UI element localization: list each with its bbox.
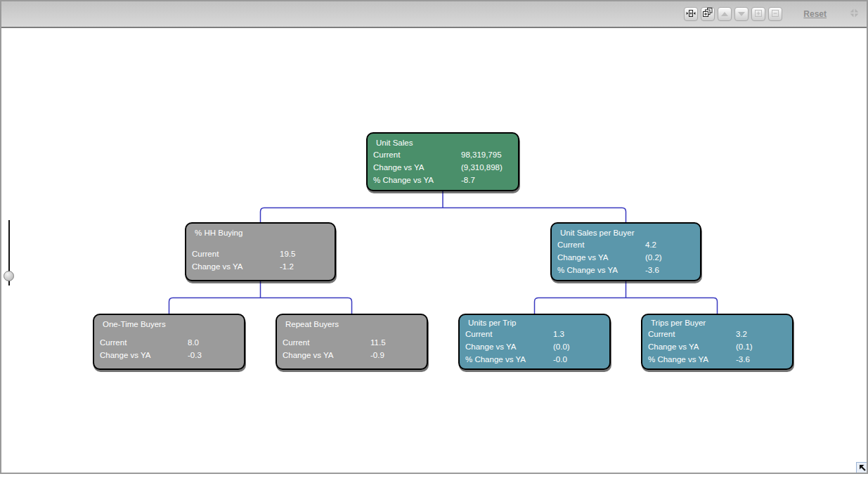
node-title: One-Time Buyers <box>94 315 244 330</box>
node-repeat-buyers[interactable]: Repeat Buyers Current11.5 Change vs YA-0… <box>276 314 428 370</box>
metric-row: Change vs YA(0.1) <box>642 340 792 353</box>
metric-row: Current11.5 <box>277 336 427 349</box>
scroll-to-origin-button[interactable] <box>856 462 868 474</box>
metric-row: % Change vs YA-3.6 <box>552 264 700 276</box>
metric-row: Change vs YA-0.9 <box>277 349 427 361</box>
node-title: Unit Sales <box>368 134 518 148</box>
node-unit-sales-per-buyer[interactable]: Unit Sales per Buyer Current4.2 Change v… <box>550 222 701 281</box>
node-unit-sales[interactable]: Unit Sales Current98,319,795 Change vs Y… <box>366 132 519 191</box>
node-trips-per-buyer[interactable]: Trips per Buyer Current3.2 Change vs YA(… <box>641 314 793 370</box>
node-title: Trips per Buyer <box>642 315 792 328</box>
metric-row: Current1.3 <box>460 328 609 340</box>
metric-row: Change vs YA(0.2) <box>552 251 700 264</box>
minus-box-button[interactable] <box>768 7 782 21</box>
arrow-down-button[interactable] <box>734 7 749 21</box>
node-title: % HH Buying <box>186 224 335 238</box>
plus-box-button[interactable] <box>751 7 765 21</box>
node-units-per-trip[interactable]: Units per Trip Current1.3 Change vs YA(0… <box>458 314 611 370</box>
toolbar-button-group: Reset <box>681 7 862 21</box>
arrow-up-button[interactable] <box>718 7 732 21</box>
resize-width-icon <box>686 8 696 20</box>
metric-row: % Change vs YA-3.6 <box>642 353 792 366</box>
app-window: Reset Unit Sales Current98,319,795 <box>0 0 868 474</box>
metric-row: Change vs YA-0.3 <box>94 349 244 361</box>
metric-row: Current98,319,795 <box>368 148 518 161</box>
node-title: Repeat Buyers <box>277 315 427 330</box>
arrow-down-icon <box>738 12 745 16</box>
toolbar: Reset <box>1 1 867 28</box>
reset-button[interactable]: Reset <box>803 9 827 19</box>
cascade-expand-button[interactable] <box>701 7 715 21</box>
zoom-slider-knob[interactable] <box>4 271 14 281</box>
cascade-expand-icon <box>703 8 713 20</box>
metric-row: % Change vs YA-8.7 <box>368 174 518 186</box>
node-one-time-buyers[interactable]: One-Time Buyers Current8.0 Change vs YA-… <box>93 314 245 370</box>
metric-row: Current4.2 <box>552 238 700 251</box>
metric-row: Current3.2 <box>642 328 792 340</box>
node-hh-buying[interactable]: % HH Buying Current19.5 Change vs YA-1.2 <box>185 222 336 281</box>
collapse-arrows-icon[interactable] <box>849 8 860 21</box>
metric-row: Current8.0 <box>94 336 244 349</box>
node-title: Units per Trip <box>460 315 609 328</box>
metric-row: Current19.5 <box>186 248 335 260</box>
plus-box-icon <box>754 8 763 20</box>
nw-arrow-icon <box>858 462 867 475</box>
tree-connectors <box>1 1 868 474</box>
metric-row: Change vs YA-1.2 <box>186 260 335 273</box>
arrow-up-icon <box>721 12 728 16</box>
metric-row: Change vs YA(9,310,898) <box>368 161 518 174</box>
metric-row: Change vs YA(0.0) <box>460 340 609 353</box>
node-title: Unit Sales per Buyer <box>552 224 700 238</box>
metric-row: % Change vs YA-0.0 <box>460 353 609 366</box>
minus-box-icon <box>771 8 779 20</box>
resize-width-button[interactable] <box>684 7 698 21</box>
